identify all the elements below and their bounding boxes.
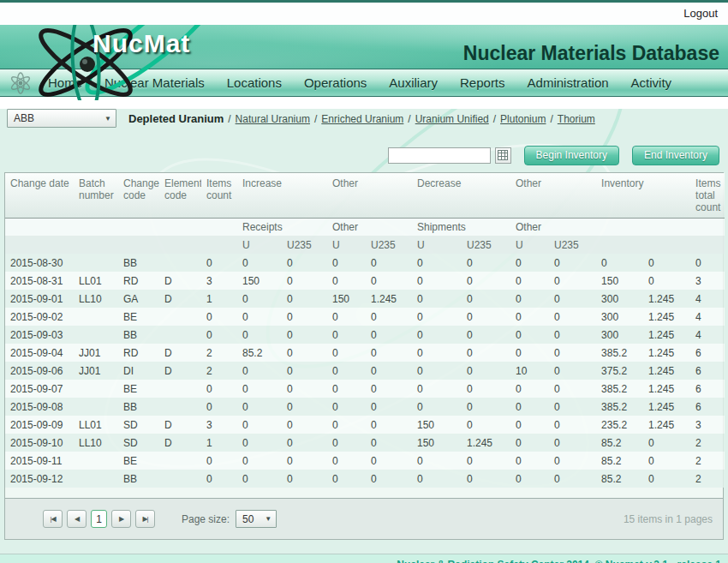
table-row[interactable]: 2015-08-31LL01RDD3150000000015003	[5, 272, 725, 290]
header-spacer	[5, 218, 237, 236]
cell: 0	[462, 362, 510, 380]
cell: 0	[201, 254, 237, 272]
column-header-u235[interactable]: U235	[462, 236, 510, 254]
column-header-batch-number[interactable]: Batch number	[74, 173, 118, 218]
facility-select[interactable]: ABB ▼	[7, 109, 116, 128]
nav-item-operations[interactable]: Operations	[304, 75, 367, 90]
cell: BB	[118, 470, 159, 488]
cell: 0	[549, 290, 596, 308]
calendar-button[interactable]	[495, 147, 511, 164]
table-row[interactable]: 2015-09-06JJ01DID2000000100375.21.2456	[5, 362, 725, 380]
cell: 0	[549, 308, 596, 326]
cell: 6	[690, 380, 725, 398]
table-row[interactable]: 2015-09-02BE0000000003001.2454	[5, 308, 725, 326]
nav-item-reports[interactable]: Reports	[460, 75, 505, 90]
breadcrumb-link-plutonium[interactable]: Plutonium	[500, 113, 546, 125]
cell: BE	[118, 452, 159, 470]
cell: 1.245	[643, 380, 690, 398]
date-filter-input[interactable]	[388, 147, 491, 164]
header-spacer	[596, 218, 725, 236]
cell: 2015-08-30	[5, 254, 74, 272]
cell: 0	[282, 380, 327, 398]
footer-text: Nuclear & Radiation Safety Center 2014. …	[397, 559, 721, 563]
cell: 2015-09-12	[5, 470, 74, 488]
cell: 300	[596, 326, 643, 344]
cell: 0	[366, 254, 412, 272]
cell: 0	[327, 272, 366, 290]
table-row[interactable]: 2015-09-12BB00000000085.202	[5, 470, 725, 488]
first-page-button[interactable]: |◀	[43, 510, 63, 528]
cell: 300	[596, 308, 643, 326]
column-header-u[interactable]: U	[412, 236, 462, 254]
column-header-element-code[interactable]: Element code	[159, 173, 201, 218]
cell: 2015-09-11	[5, 452, 74, 470]
column-header-other[interactable]: Other	[327, 218, 412, 236]
breadcrumb-separator: /	[550, 113, 552, 125]
column-header-other[interactable]: Other	[327, 173, 412, 218]
app-title: Nuclear Materials Database	[463, 42, 719, 65]
cell: 0	[549, 398, 596, 416]
breadcrumb-link-natural-uranium[interactable]: Natural Uranium	[236, 113, 310, 125]
breadcrumb-link-enriched-uranium[interactable]: Enriched Uranium	[321, 113, 403, 125]
table-row[interactable]: 2015-08-30BB000000000000	[5, 254, 725, 272]
current-page-indicator[interactable]: 1	[91, 510, 107, 528]
page-size-select[interactable]: 50 ▼	[236, 510, 277, 528]
column-header-u235[interactable]: U235	[549, 236, 596, 254]
cell: 0	[549, 254, 596, 272]
column-header-increase[interactable]: Increase	[237, 173, 327, 218]
nav-item-administration[interactable]: Administration	[528, 75, 609, 90]
cell: 0	[462, 416, 510, 434]
table-row[interactable]: 2015-09-09LL01SDD30000150000235.21.2453	[5, 416, 725, 434]
column-header-u[interactable]: U	[237, 236, 282, 254]
breadcrumb: Depleted Uranium/Natural Uranium/Enriche…	[128, 112, 595, 125]
breadcrumb-separator: /	[228, 113, 230, 125]
table-row[interactable]: 2015-09-04JJ01RDD285.20000000385.21.2456	[5, 344, 725, 362]
column-header-inventory[interactable]: Inventory	[596, 173, 690, 218]
cell: 1.245	[643, 290, 690, 308]
cell: 2	[690, 434, 725, 452]
logout-link[interactable]: Logout	[683, 7, 718, 20]
column-header-other[interactable]: Other	[510, 173, 596, 218]
column-header-u[interactable]: U	[327, 236, 366, 254]
last-page-button[interactable]: ▶|	[135, 510, 155, 528]
filter-row: ABB ▼ Depleted Uranium/Natural Uranium/E…	[7, 109, 721, 128]
column-header-u235[interactable]: U235	[282, 236, 327, 254]
cell: 0	[327, 398, 366, 416]
cell: 0	[462, 470, 510, 488]
nav-item-activity[interactable]: Activity	[631, 75, 672, 90]
cell: 0	[327, 434, 366, 452]
column-header-other[interactable]: Other	[510, 218, 596, 236]
begin-inventory-button[interactable]: Begin Inventory	[524, 146, 619, 165]
column-header-items-total-count[interactable]: Items total count	[690, 173, 725, 218]
column-header-items-count[interactable]: Items count	[201, 173, 237, 218]
table-row[interactable]: 2015-09-07BE000000000385.21.2456	[5, 380, 725, 398]
column-header-shipments[interactable]: Shipments	[412, 218, 510, 236]
table-row[interactable]: 2015-09-11BE00000000085.202	[5, 452, 725, 470]
cell: 0	[237, 290, 282, 308]
table-row[interactable]: 2015-09-03BB0000000003001.2454	[5, 326, 725, 344]
table-row[interactable]: 2015-09-10LL10SDD100001501.2450085.202	[5, 434, 725, 452]
column-header-decrease[interactable]: Decrease	[412, 173, 510, 218]
column-header-u235[interactable]: U235	[366, 236, 412, 254]
cell: 0	[596, 254, 643, 272]
nav-item-auxiliary[interactable]: Auxiliary	[389, 75, 438, 90]
breadcrumb-link-uranium-unified[interactable]: Uranium Unified	[415, 113, 489, 125]
column-header-u[interactable]: U	[510, 236, 549, 254]
column-header-change-date[interactable]: Change date	[5, 173, 74, 218]
column-header-change-code[interactable]: Change code	[118, 173, 159, 218]
column-header-receipts[interactable]: Receipts	[237, 218, 327, 236]
table-row[interactable]: 2015-09-01LL10GAD1001501.24500003001.245…	[5, 290, 725, 308]
breadcrumb-link-thorium[interactable]: Thorium	[558, 113, 595, 125]
cell: BB	[118, 254, 159, 272]
cell: 0	[237, 254, 282, 272]
end-inventory-button[interactable]: End Inventory	[632, 146, 719, 165]
cell: 0	[462, 272, 510, 290]
next-page-button[interactable]: ▶	[111, 510, 131, 528]
cell: 235.2	[596, 416, 643, 434]
prev-page-button[interactable]: ◀	[67, 510, 87, 528]
cell: 150	[412, 416, 462, 434]
table-row[interactable]: 2015-09-08BB000000000385.21.2456	[5, 398, 725, 416]
cell: 1.245	[462, 434, 510, 452]
cell: 0	[510, 290, 549, 308]
cell: 2015-08-31	[5, 272, 74, 290]
